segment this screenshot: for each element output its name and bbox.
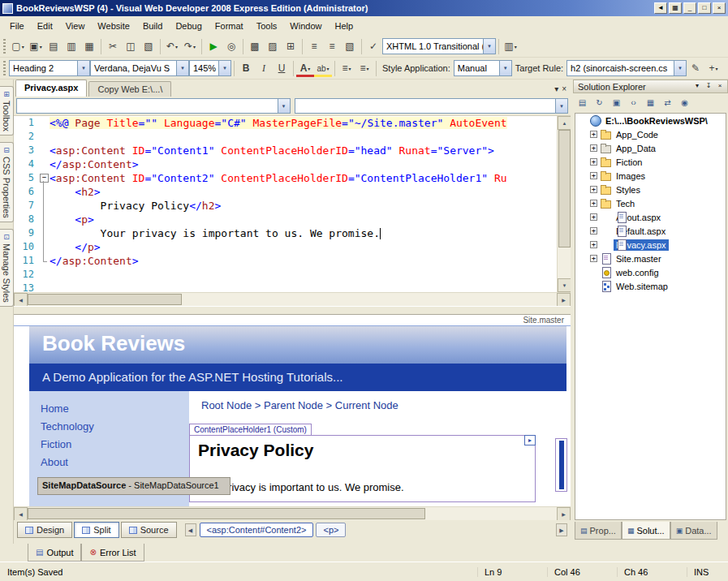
chevron-down-icon[interactable]: ▼ [674,61,686,75]
solution-explorer-panel-tab[interactable]: ▦Solut... [622,522,670,540]
properties-icon[interactable]: ▤ [575,95,590,110]
italic-icon[interactable]: I [255,60,273,77]
pin-icon[interactable]: ↧ [703,81,714,92]
menu-item-file[interactable]: File [3,18,31,34]
menu-item-edit[interactable]: Edit [31,18,59,34]
object-dropdown[interactable]: ▼ [16,98,291,114]
nav-link-fiction[interactable]: Fiction [41,438,189,450]
outline-margin[interactable] [38,185,50,199]
chevron-down-icon[interactable]: ▼ [218,61,230,75]
maximize-button[interactable]: □ [698,2,711,14]
window-position-icon[interactable]: ▾ [691,81,703,92]
scroll-left-icon[interactable]: ◀ [14,507,28,521]
error-list-tab[interactable]: ⊗Error List [81,544,144,562]
code-line[interactable]: 5<asp:Content ID="Content2" ContentPlace… [14,171,557,185]
tree-item[interactable]: +Tech [575,196,726,210]
code-line[interactable]: 7 Privacy Policy</h2> [14,199,557,213]
outline-margin[interactable] [38,240,50,254]
code-line[interactable]: 4</asp:Content> [14,157,557,171]
font-size-combo[interactable]: 145%▼ [189,60,231,76]
expander-icon[interactable]: + [590,213,597,221]
scrollbar-thumb[interactable] [28,294,182,305]
expander-icon[interactable]: + [590,200,597,207]
tag-nav-right-icon[interactable]: ▶ [556,523,567,536]
menu-item-build[interactable]: Build [136,18,169,34]
tree-item[interactable]: +Default.aspx [575,224,726,238]
code-horizontal-scrollbar[interactable]: ◀ ▶ [14,292,571,306]
check-validity-icon[interactable]: ✓ [364,38,382,55]
paste-icon[interactable]: ▧ [140,38,157,55]
chevron-down-icon[interactable]: ▾ [554,84,558,93]
expander-icon[interactable]: + [590,131,597,138]
copy-website-icon[interactable]: ⇄ [660,95,675,110]
solution-explorer-icon[interactable]: ▩ [246,38,264,55]
doctype-combo[interactable]: XHTML 1.0 Transitional (▼ [382,38,496,54]
design-view[interactable]: Book Reviews A Demo Application for the … [14,326,571,506]
menu-item-website[interactable]: Website [91,18,136,34]
scroll-up-icon[interactable]: ▲ [558,116,571,130]
code-line[interactable]: 9 Your privacy is important to us. We pr… [14,226,557,240]
sitemap-datasource-control[interactable]: SiteMapDataSource - SiteMapDataSource1 [37,477,230,495]
comment-icon[interactable]: ▧ [341,38,359,55]
menu-item-debug[interactable]: Debug [169,18,208,34]
scroll-down-icon[interactable]: ▼ [558,278,571,292]
code-line[interactable]: 6 <h2> [14,185,557,199]
code-line[interactable]: 11</asp:Content> [14,254,557,268]
menu-item-tools[interactable]: Tools [250,18,284,34]
design-heading[interactable]: Privacy Policy [198,441,527,460]
split-view-button[interactable]: Split [74,522,118,538]
tag-navigator-chip[interactable]: <p> [316,523,346,537]
scroll-left-icon[interactable]: ◀ [14,293,28,307]
block-format-combo[interactable]: Heading 2▼ [9,60,90,76]
apply-style-icon[interactable]: +▾ [704,60,722,77]
style-sheet-icon[interactable]: ▥▾ [502,38,519,55]
redo-icon[interactable]: ↷▾ [181,38,199,55]
refresh-icon[interactable]: ↻ [592,95,607,110]
tree-item[interactable]: +App_Data [575,141,726,155]
expander-icon[interactable]: + [590,172,597,179]
side-tab-manage-styles[interactable]: ⊡Manage Styles [0,229,14,307]
chevron-down-icon[interactable]: ▼ [278,99,290,113]
outdent-icon[interactable]: ≡ [323,38,341,55]
menu-item-format[interactable]: Format [209,18,250,34]
tree-item[interactable]: +Privacy.aspx [575,238,726,252]
menu-item-view[interactable]: View [59,18,92,34]
code-vertical-scrollbar[interactable]: ▲ ▼ [557,116,571,292]
titlebar-window-icon[interactable]: ▦ [669,2,682,14]
content-placeholder-region[interactable]: Privacy Policy Your privacy is important… [189,435,536,502]
chevron-down-icon[interactable]: ▼ [176,61,188,75]
align-icon[interactable]: ≡▾ [338,60,355,77]
tree-item[interactable]: +Styles [575,183,726,196]
cut-icon[interactable]: ✂ [104,38,122,55]
add-item-icon[interactable]: ▣▾ [27,38,45,55]
copy-icon[interactable]: ◫ [122,38,140,55]
view-designer-icon[interactable]: ▦ [643,95,658,110]
close-document-icon[interactable]: × [562,84,566,93]
font-color-icon[interactable]: A▾ [296,60,314,77]
font-name-combo[interactable]: Verdana, DejaVu S▼ [90,60,189,76]
source-view-button[interactable]: Source [121,522,177,538]
scrollbar-thumb[interactable] [558,130,571,247]
nav-link-technology[interactable]: Technology [41,420,189,433]
open-file-icon[interactable]: ▤ [45,38,62,55]
expander-icon[interactable]: + [590,241,597,248]
tree-item[interactable]: web.config [575,265,726,279]
code-line[interactable]: 10 </p> [14,240,557,254]
split-view-divider[interactable] [14,306,571,315]
chevron-down-icon[interactable]: ▼ [499,61,511,75]
style-application-combo[interactable]: Manual▼ [454,60,512,76]
tree-item[interactable]: +Fiction [575,155,726,169]
view-code-icon[interactable]: ‹› [626,95,641,110]
code-line[interactable]: 8 <p> [14,213,557,226]
tag-nav-left-icon[interactable]: ◀ [185,523,196,536]
tag-navigator-chip[interactable]: <asp:Content#Content2> [200,523,314,537]
code-line[interactable]: 12 [14,268,557,282]
expander-icon[interactable]: + [590,158,597,166]
menu-item-window[interactable]: Window [283,18,328,34]
tree-item[interactable]: +App_Code [575,127,726,141]
tree-item[interactable]: +Site.master [575,252,726,265]
side-tab-css-properties[interactable]: ⊟CSS Properties [0,142,14,222]
titlebar-overflow-icon[interactable]: ◄ [654,2,667,14]
toolbar-grip[interactable] [3,39,6,54]
chevron-down-icon[interactable]: ▼ [77,61,89,75]
